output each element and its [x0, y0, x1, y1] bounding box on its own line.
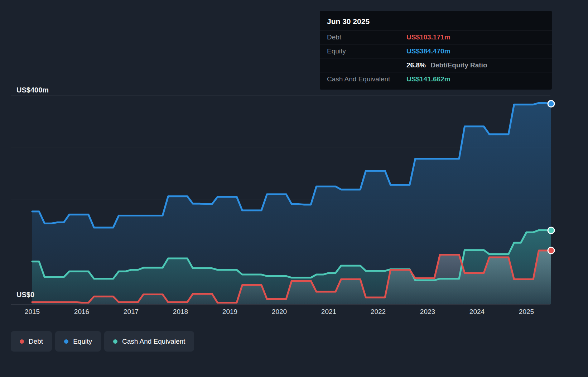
legend-item-cash-and-equivalent[interactable]: Cash And Equivalent	[104, 331, 194, 352]
x-axis-label-2020: 2020	[272, 308, 287, 316]
equity-endpoint-marker	[548, 101, 554, 107]
tooltip-cash-label: Cash And Equivalent	[327, 75, 406, 83]
x-axis-label-2019: 2019	[222, 308, 237, 316]
cash-and-equivalent-endpoint-marker	[548, 227, 554, 234]
legend-cash-and-equivalent-label: Cash And Equivalent	[122, 338, 185, 345]
chart-legend: DebtEquityCash And Equivalent	[11, 331, 194, 352]
tooltip-debt-value: US$103.171m	[406, 33, 545, 41]
x-axis-label-2025: 2025	[519, 308, 534, 316]
y-axis-label-zero: US$0	[16, 291, 34, 299]
x-axis-labels: 2015201620172018201920202021202220232024…	[0, 308, 588, 317]
x-axis-label-2015: 2015	[25, 308, 40, 316]
tooltip-equity-value: US$384.470m	[406, 47, 545, 55]
legend-item-equity[interactable]: Equity	[55, 331, 101, 352]
tooltip-equity-row: Equity US$384.470m	[320, 44, 552, 58]
debt-endpoint-marker	[548, 247, 554, 254]
legend-debt-label: Debt	[29, 338, 43, 345]
tooltip-ratio-label: Debt/Equity Ratio	[430, 61, 487, 69]
tooltip-cash-value: US$141.662m	[406, 75, 545, 83]
tooltip-cash-row: Cash And Equivalent US$141.662m	[320, 72, 552, 86]
tooltip-date: Jun 30 2025	[320, 13, 552, 30]
tooltip-ratio-value-group: 26.8% Debt/Equity Ratio	[406, 61, 545, 69]
x-axis-label-2022: 2022	[371, 308, 386, 316]
chart-tooltip: Jun 30 2025 Debt US$103.171m Equity US$3…	[320, 11, 552, 90]
x-axis-label-2016: 2016	[74, 308, 89, 316]
y-axis-label-400m: US$400m	[16, 86, 49, 94]
legend-debt-dot-icon	[20, 339, 24, 344]
tooltip-debt-row: Debt US$103.171m	[320, 30, 552, 44]
x-axis-label-2018: 2018	[173, 308, 188, 316]
tooltip-ratio-value: 26.8%	[406, 61, 426, 69]
legend-cash-and-equivalent-dot-icon	[113, 339, 117, 344]
tooltip-ratio-row: 26.8% Debt/Equity Ratio	[320, 58, 552, 72]
x-axis-label-2024: 2024	[469, 308, 485, 316]
legend-equity-dot-icon	[64, 339, 68, 344]
tooltip-equity-label: Equity	[327, 47, 406, 55]
x-axis-label-2021: 2021	[321, 308, 336, 316]
x-axis-label-2017: 2017	[124, 308, 139, 316]
legend-equity-label: Equity	[73, 338, 92, 345]
legend-item-debt[interactable]: Debt	[11, 331, 52, 352]
x-axis-label-2023: 2023	[420, 308, 435, 316]
tooltip-debt-label: Debt	[327, 33, 406, 41]
